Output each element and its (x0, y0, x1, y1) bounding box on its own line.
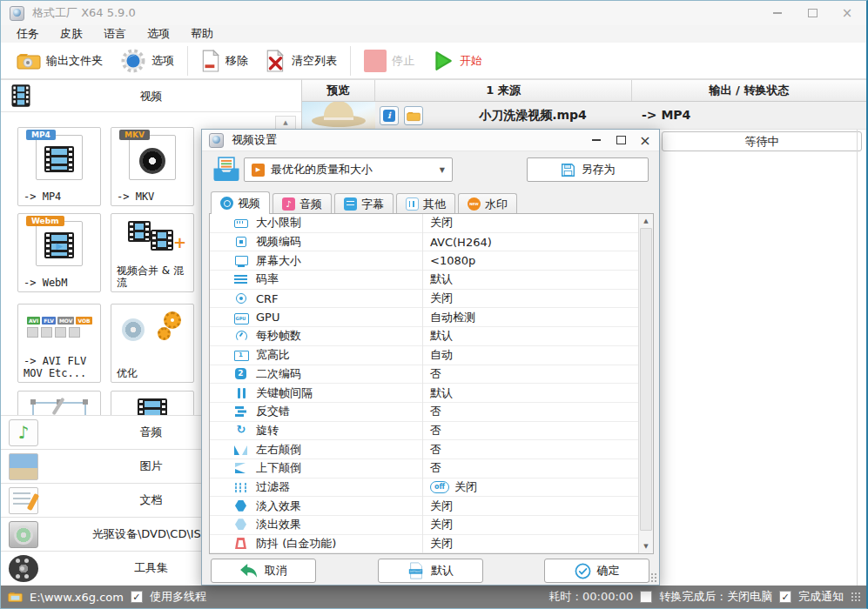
stop-button[interactable]: 停止 (355, 45, 423, 77)
output-path[interactable]: E:\www.x6g.com (30, 591, 124, 604)
toolbar: 输出文件夹 选项 移除 清空列表 停止 开始 (1, 43, 866, 79)
waves-icon (234, 272, 248, 286)
setting-row-bitrate[interactable]: 码率默认 (210, 271, 638, 290)
notify-checkbox[interactable]: ✓ (779, 591, 791, 603)
app-logo-icon (10, 6, 24, 21)
tab-label: 水印 (485, 197, 508, 212)
ruler-icon (234, 216, 248, 230)
settings-scrollbar[interactable]: ▲ ▼ (638, 214, 653, 553)
setting-row-crf[interactable]: CRF关闭 (210, 290, 638, 309)
setting-label: 上下颠倒 (256, 460, 301, 476)
media-info-button[interactable]: i (380, 106, 399, 125)
setting-row-aspect-ratio[interactable]: 宽高比自动 (210, 346, 638, 365)
column-source[interactable]: 1 来源 (375, 80, 632, 101)
setting-row-two-pass[interactable]: 二次编码否 (210, 365, 638, 385)
setting-row-gpu[interactable]: GPU自动检测 (210, 308, 638, 327)
setting-row-filter[interactable]: 过滤器off关闭 (210, 478, 638, 498)
setting-row-fade-out[interactable]: 淡出效果关闭 (210, 516, 638, 535)
dialog-titlebar: 视频设置 × (202, 130, 659, 151)
card-partial-crop[interactable] (17, 391, 101, 415)
flip-vertical-icon (234, 461, 248, 475)
menubar: 任务 皮肤 语言 选项 帮助 (1, 25, 866, 43)
card-to-webm[interactable]: Webm▶ -> WebM (17, 213, 101, 292)
scroll-down-arrow[interactable]: ▼ (639, 539, 653, 553)
card-partial-film[interactable] (111, 391, 194, 415)
setting-row-deinterlace[interactable]: 反交错否 (210, 403, 638, 422)
ok-button[interactable]: 确定 (544, 559, 649, 583)
aspect-ratio-icon (234, 348, 248, 362)
tab-audio[interactable]: 音频 (273, 193, 332, 214)
setting-row-rotate[interactable]: 旋转否 (210, 422, 638, 441)
video-preview-thumbnail[interactable] (302, 102, 375, 130)
multithread-label: 使用多线程 (150, 589, 206, 605)
setting-row-video-codec[interactable]: 视频编码AVC(H264) (210, 233, 638, 252)
video-category-header[interactable]: 视频 (1, 80, 301, 112)
clear-list-button[interactable]: 清空列表 (257, 45, 346, 77)
remove-button[interactable]: 移除 (192, 45, 257, 77)
column-output-status[interactable]: 输出 / 转换状态 (632, 80, 866, 101)
preset-dropdown[interactable]: 最优化的质量和大小 ▼ (244, 157, 453, 182)
card-to-mp4[interactable]: MP4 -> MP4 (17, 127, 101, 206)
setting-row-stabilize[interactable]: 防抖 (白金功能)关闭 (210, 535, 638, 553)
tab-subtitle[interactable]: 字幕 (334, 193, 394, 214)
elapsed-time: 耗时 : 00:00:00 (548, 589, 633, 605)
menu-item-help[interactable]: 帮助 (191, 26, 213, 42)
menu-item-skin[interactable]: 皮肤 (60, 26, 83, 42)
start-button[interactable]: 开始 (423, 45, 491, 77)
resize-grip[interactable] (851, 592, 861, 602)
task-row[interactable]: i 小刀洗澡视频.mp4 -> MP4 (302, 102, 866, 130)
source-file-name: 小刀洗澡视频.mp4 (433, 108, 633, 124)
setting-row-size-limit[interactable]: 大小限制关闭 (210, 214, 638, 233)
options-button[interactable]: 选项 (111, 45, 183, 77)
vob-chip: VOB (76, 317, 91, 325)
setting-row-fade-in[interactable]: 淡入效果关闭 (210, 497, 638, 516)
setting-value: 否 (430, 442, 441, 458)
menu-item-task[interactable]: 任务 (17, 26, 39, 42)
setting-row-keyframe-interval[interactable]: 关键帧间隔默认 (210, 384, 638, 403)
setting-label: 大小限制 (256, 215, 301, 231)
dialog-minimize-button[interactable] (589, 133, 603, 147)
column-preview[interactable]: 预览 (302, 80, 375, 101)
setting-row-screen-size[interactable]: 屏幕大小<1080p (210, 251, 638, 271)
mov-chip: MOV (57, 317, 75, 325)
save-as-button[interactable]: 另存为 (527, 157, 649, 182)
disc-icon (122, 318, 145, 341)
tab-watermark[interactable]: 水印 (458, 193, 517, 214)
filter-icon (234, 480, 248, 494)
start-play-icon (432, 50, 454, 72)
dialog-close-button[interactable]: × (638, 133, 652, 147)
setting-row-flip-horizontal[interactable]: 左右颠倒否 (210, 440, 638, 459)
folder-icon (17, 51, 41, 70)
card-optimize[interactable]: 优化 (111, 304, 194, 383)
notify-label: 完成通知 (798, 589, 844, 605)
setting-row-fps[interactable]: 每秒帧数默认 (210, 327, 638, 346)
tab-other[interactable]: 其他 (396, 193, 455, 214)
open-folder-button[interactable] (404, 106, 423, 125)
menu-item-options[interactable]: 选项 (147, 26, 170, 42)
tab-video[interactable]: 视频 (211, 191, 270, 214)
tab-label: 音频 (299, 197, 322, 212)
dialog-maximize-button[interactable] (614, 133, 628, 147)
menu-item-language[interactable]: 语言 (104, 26, 126, 42)
scroll-up-arrow[interactable]: ▲ (639, 214, 653, 228)
minimize-button[interactable] (767, 5, 788, 21)
setting-label: 左右颠倒 (256, 442, 301, 458)
default-button[interactable]: DEFAULT 默认 (378, 559, 483, 583)
watermark-tab-icon (468, 197, 481, 211)
setting-row-flip-vertical[interactable]: 上下颠倒否 (210, 459, 638, 478)
card-to-avi-flv-mov[interactable]: AVI FLV MOV VOB -> AVI FLV MOV Etc... (17, 304, 101, 383)
scrollbar-thumb[interactable] (640, 228, 652, 531)
gear-icon (120, 48, 146, 74)
setting-label: 视频编码 (256, 234, 301, 250)
tab-label: 字幕 (361, 197, 384, 212)
gear-icon (164, 311, 181, 329)
close-button[interactable]: × (837, 5, 858, 21)
output-folder-button[interactable]: 输出文件夹 (8, 45, 111, 77)
card-to-mkv[interactable]: MKV -> MKV (111, 127, 194, 206)
card-video-merge[interactable]: + 视频合并 & 混流 (111, 213, 194, 292)
setting-value: 否 (430, 460, 441, 476)
multithread-checkbox[interactable]: ✓ (131, 591, 143, 603)
cancel-button[interactable]: 取消 (211, 559, 316, 583)
shutdown-after-checkbox[interactable] (640, 591, 652, 603)
maximize-button[interactable] (802, 5, 823, 21)
